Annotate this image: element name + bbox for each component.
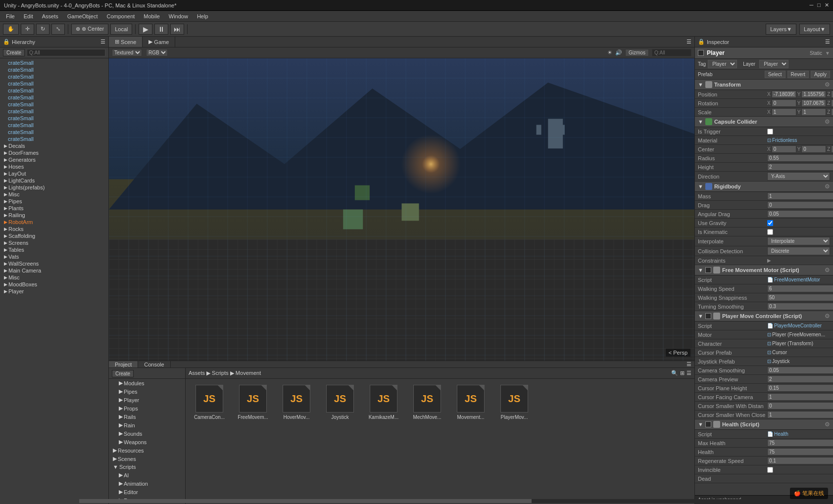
scale-tool[interactable]: ⤡ xyxy=(51,24,65,35)
gizmos-search[interactable] xyxy=(652,49,691,56)
height-field[interactable] xyxy=(767,163,833,171)
proj-folder-scripts[interactable]: ▼Scripts xyxy=(109,463,185,471)
character-value[interactable]: ⊡ Player (Transform) xyxy=(767,341,813,346)
file-item[interactable]: JS Joystick xyxy=(320,383,360,422)
apply-btn[interactable]: Apply xyxy=(811,71,830,78)
tag-select[interactable]: Player xyxy=(708,60,737,68)
layer-select[interactable]: Player xyxy=(759,60,788,68)
project-create-btn[interactable]: Create xyxy=(112,370,134,377)
step-button[interactable]: ⏭ xyxy=(170,24,184,35)
menu-edit[interactable]: Edit xyxy=(20,12,37,20)
rot-x-field[interactable] xyxy=(772,99,796,107)
hierarchy-item[interactable]: crateSmall xyxy=(0,122,108,129)
turning-smoothing-field[interactable] xyxy=(767,303,833,310)
max-health-field[interactable] xyxy=(767,439,833,447)
proj-folder-player[interactable]: ▶Player xyxy=(109,396,185,404)
inspector-menu-icon[interactable]: ☰ xyxy=(825,39,830,45)
menu-file[interactable]: File xyxy=(2,12,19,20)
health-script-value[interactable]: 📄 Health xyxy=(767,431,788,437)
hierarchy-folder-decals[interactable]: ▶Decals xyxy=(0,142,108,149)
health-active-checkbox[interactable] xyxy=(705,421,711,427)
hierarchy-folder-moodboxes[interactable]: ▶MoodBoxes xyxy=(0,281,108,288)
hierarchy-item[interactable]: crateSmall xyxy=(0,59,108,66)
rigidbody-gear-icon[interactable]: ⚙ xyxy=(825,183,830,190)
hierarchy-folder-robotarm[interactable]: ▶RobotArm xyxy=(0,219,108,226)
hierarchy-item[interactable]: crateSmall xyxy=(0,87,108,94)
hierarchy-folder-scaffolding[interactable]: ▶Scaffolding xyxy=(0,232,108,239)
constraints-arrow[interactable]: ▶ xyxy=(767,258,771,263)
center-btn[interactable]: ⊕ ⊕ Center xyxy=(71,24,108,35)
pm-active-checkbox[interactable] xyxy=(705,313,711,319)
hierarchy-item[interactable]: crateSmall xyxy=(0,94,108,101)
hierarchy-folder-lightcards[interactable]: ▶LightCards xyxy=(0,177,108,184)
transform-header[interactable]: ▼ Transform ⚙ xyxy=(695,80,833,90)
hierarchy-item[interactable]: crateSmall xyxy=(0,73,108,80)
close-btn[interactable]: ✕ xyxy=(825,2,829,8)
obj-active-checkbox[interactable] xyxy=(698,50,704,56)
display-mode-select[interactable]: Textured xyxy=(112,49,142,56)
hierarchy-folder-hoses[interactable]: ▶Hoses xyxy=(0,163,108,170)
layers-dropdown[interactable]: Layers ▼ xyxy=(766,24,796,35)
project-options-icon[interactable]: ☰ xyxy=(686,361,691,367)
motor-value[interactable]: ⊡ Player (FreeMovemen... xyxy=(767,332,825,337)
project-scrollbar[interactable] xyxy=(186,499,694,503)
pos-z-field[interactable] xyxy=(831,91,833,98)
project-tab[interactable]: Project xyxy=(109,361,138,367)
game-tab[interactable]: ▶ Game xyxy=(143,37,175,47)
hand-tool[interactable]: ✋ xyxy=(3,24,19,35)
assets-options-icon[interactable]: ☰ xyxy=(686,370,691,376)
center-x-field[interactable] xyxy=(772,145,796,153)
drag-field[interactable] xyxy=(767,201,833,209)
hierarchy-item[interactable]: crateSmall xyxy=(0,66,108,73)
scene-icon-audio[interactable]: 🔊 xyxy=(615,49,622,56)
pos-x-field[interactable] xyxy=(772,91,796,98)
hierarchy-folder-rocks[interactable]: ▶Rocks xyxy=(0,226,108,232)
transform-gear-icon[interactable]: ⚙ xyxy=(825,81,830,88)
hierarchy-folder-lights[interactable]: ▶Lights(prefabs) xyxy=(0,184,108,191)
hierarchy-folder-screens[interactable]: ▶Screens xyxy=(0,239,108,246)
scene-options-btn[interactable]: ☰ xyxy=(686,39,691,45)
interpolate-select[interactable]: Interpolate xyxy=(767,237,830,245)
hierarchy-folder-plants[interactable]: ▶Plants xyxy=(0,205,108,212)
hierarchy-item[interactable]: crateSmall xyxy=(0,80,108,87)
cursor-facing-field[interactable] xyxy=(767,393,833,401)
maximize-btn[interactable]: □ xyxy=(817,2,821,8)
gizmos-btn[interactable]: Gizmos xyxy=(625,49,649,56)
regen-speed-field[interactable] xyxy=(767,457,833,464)
collision-select[interactable]: Discrete xyxy=(767,247,830,255)
layout-dropdown[interactable]: Layout ▼ xyxy=(799,24,830,35)
free-movement-header[interactable]: ▼ Free Movement Motor (Script) ⚙ xyxy=(695,265,833,275)
hierarchy-folder-maincamera[interactable]: ▶Main Camera xyxy=(0,267,108,274)
hierarchy-folder-vats[interactable]: ▶Vats xyxy=(0,253,108,260)
fm-gear-icon[interactable]: ⚙ xyxy=(825,267,830,274)
color-mode-select[interactable]: RGB xyxy=(146,49,168,56)
scale-x-field[interactable] xyxy=(772,108,796,116)
revert-btn[interactable]: Revert xyxy=(787,71,809,78)
menu-window[interactable]: Window xyxy=(165,12,192,20)
hierarchy-folder-player[interactable]: ▶Player xyxy=(0,288,108,295)
hierarchy-lock-icon[interactable]: 🔒 xyxy=(3,39,10,45)
file-item[interactable]: JS HoverMov... xyxy=(277,383,316,422)
pm-gear-icon[interactable]: ⚙ xyxy=(825,313,830,320)
file-item[interactable]: JS CameraCon... xyxy=(190,383,229,422)
hierarchy-search[interactable] xyxy=(27,49,105,56)
select-btn[interactable]: Select xyxy=(765,71,785,78)
use-gravity-checkbox[interactable] xyxy=(767,220,773,226)
hierarchy-folder-generators[interactable]: ▶Generators xyxy=(0,156,108,163)
camera-smoothing-field[interactable] xyxy=(767,367,833,374)
direction-select[interactable]: Y-Axis xyxy=(767,172,830,181)
static-dropdown-icon[interactable]: ▼ xyxy=(825,50,830,56)
walking-snappiness-field[interactable] xyxy=(767,294,833,301)
file-item[interactable]: JS PlayerMov... xyxy=(494,383,534,422)
hierarchy-folder-railing[interactable]: ▶Railing xyxy=(0,212,108,219)
rotate-tool[interactable]: ↻ xyxy=(36,24,49,35)
cursor-smaller-dist-field[interactable] xyxy=(767,402,833,410)
is-kinematic-checkbox[interactable] xyxy=(767,229,773,235)
hierarchy-folder-misc1[interactable]: ▶Misc xyxy=(0,191,108,198)
assets-layout-icon[interactable]: ⊞ xyxy=(680,370,685,376)
proj-folder-editor[interactable]: ▶Editor xyxy=(109,488,185,496)
project-scrollbar-thumb[interactable] xyxy=(186,499,532,503)
hierarchy-folder-misc2[interactable]: ▶Misc xyxy=(0,274,108,281)
file-item[interactable]: JS MechMove... xyxy=(407,383,447,422)
hierarchy-create-btn[interactable]: Create xyxy=(3,49,25,56)
